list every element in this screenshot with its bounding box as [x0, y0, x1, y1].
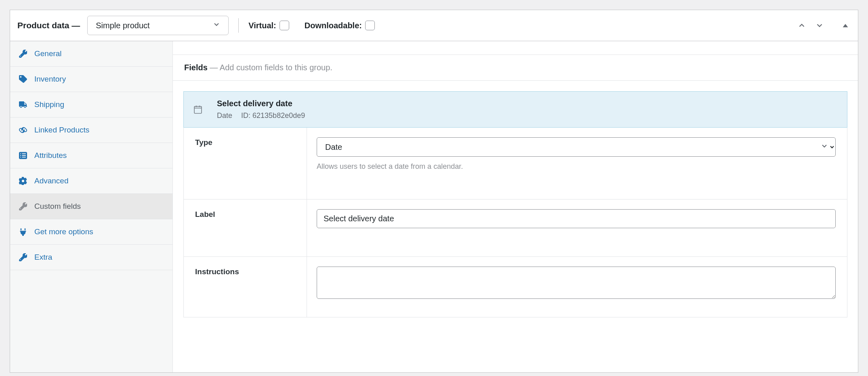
downloadable-checkbox[interactable]	[365, 21, 375, 30]
content-area: Fields — Add custom fields to this group…	[173, 41, 858, 372]
sidebar-item-shipping[interactable]: Shipping	[10, 92, 172, 118]
panel-body: General Inventory Shipping Linked Produc…	[10, 41, 858, 372]
content-top-spacer	[173, 41, 858, 55]
instructions-control	[307, 257, 847, 317]
field-meta: Date ID: 62135b82e0de9	[217, 111, 305, 120]
sidebar-item-label: General	[34, 49, 62, 58]
svg-rect-1	[194, 106, 202, 113]
field-type-badge: Date	[217, 111, 232, 120]
wrench-icon	[19, 50, 27, 58]
sidebar-item-label: Extra	[34, 253, 52, 262]
virtual-toggle[interactable]: Virtual:	[248, 21, 289, 30]
label-label: Label	[184, 200, 307, 256]
sidebar-item-label: Attributes	[34, 151, 67, 160]
label-control	[307, 200, 847, 256]
type-help: Allows users to select a date from a cal…	[317, 162, 836, 171]
field-card-info: Select delivery date Date ID: 62135b82e0…	[217, 99, 305, 120]
svg-marker-0	[843, 24, 848, 27]
field-title: Select delivery date	[217, 99, 305, 108]
list-icon	[19, 151, 27, 160]
type-select-wrap: Date	[317, 137, 836, 157]
calendar-icon	[193, 105, 202, 114]
sidebar-item-attributes[interactable]: Attributes	[10, 143, 172, 168]
move-down-button[interactable]	[814, 20, 825, 31]
label-input[interactable]	[317, 209, 836, 228]
sidebar-item-label: Get more options	[34, 227, 93, 236]
truck-icon	[19, 101, 27, 109]
sidebar-item-label: Advanced	[34, 176, 69, 185]
downloadable-label: Downloadable:	[305, 21, 362, 30]
sidebar: General Inventory Shipping Linked Produc…	[10, 41, 173, 372]
sidebar-item-extra[interactable]: Extra	[10, 245, 172, 270]
field-id: ID: 62135b82e0de9	[241, 111, 305, 120]
downloadable-toggle[interactable]: Downloadable:	[305, 21, 375, 30]
sidebar-item-inventory[interactable]: Inventory	[10, 67, 172, 92]
wrench-icon	[19, 202, 27, 210]
form-row-label: Label	[184, 200, 847, 257]
link-icon	[19, 126, 27, 134]
plug-icon	[19, 228, 27, 236]
instructions-label: Instructions	[184, 257, 307, 317]
field-form: Type Date Allows users to select a dat	[183, 128, 847, 317]
sidebar-item-linked-products[interactable]: Linked Products	[10, 118, 172, 143]
type-label: Type	[184, 128, 307, 199]
fields-heading: Fields — Add custom fields to this group…	[173, 55, 858, 81]
sidebar-item-label: Custom fields	[34, 202, 81, 211]
fields-label: Fields	[184, 63, 208, 72]
sidebar-item-advanced[interactable]: Advanced	[10, 168, 172, 194]
sidebar-item-general[interactable]: General	[10, 41, 172, 67]
field-card-header[interactable]: Select delivery date Date ID: 62135b82e0…	[183, 91, 847, 128]
move-up-button[interactable]	[797, 20, 807, 31]
collapse-toggle[interactable]	[840, 20, 851, 31]
instructions-textarea[interactable]	[317, 267, 836, 299]
virtual-label: Virtual:	[248, 21, 276, 30]
sidebar-item-label: Shipping	[34, 100, 64, 109]
panel-header: Product data — Simple product Virtual: D…	[10, 10, 858, 41]
panel-title: Product data —	[17, 21, 80, 30]
sidebar-item-label: Linked Products	[34, 126, 89, 134]
sidebar-item-get-more-options[interactable]: Get more options	[10, 219, 172, 245]
type-control: Date Allows users to select a date from …	[307, 128, 847, 199]
sidebar-item-custom-fields[interactable]: Custom fields	[10, 194, 172, 219]
sidebar-item-label: Inventory	[34, 75, 66, 84]
virtual-checkbox[interactable]	[280, 21, 289, 30]
type-select[interactable]: Date	[317, 137, 836, 157]
gear-icon	[19, 177, 27, 185]
product-type-select-wrap: Simple product	[87, 16, 229, 35]
product-data-panel: Product data — Simple product Virtual: D…	[10, 10, 858, 373]
fields-sep: —	[208, 63, 220, 72]
form-row-instructions: Instructions	[184, 257, 847, 317]
tag-icon	[19, 75, 27, 83]
product-type-select[interactable]: Simple product	[87, 16, 229, 35]
separator	[238, 18, 239, 33]
form-row-type: Type Date Allows users to select a dat	[184, 128, 847, 200]
fields-hint: Add custom fields to this group.	[220, 63, 332, 72]
field-card-wrap: Select delivery date Date ID: 62135b82e0…	[173, 81, 858, 328]
wrench-icon	[19, 253, 27, 261]
